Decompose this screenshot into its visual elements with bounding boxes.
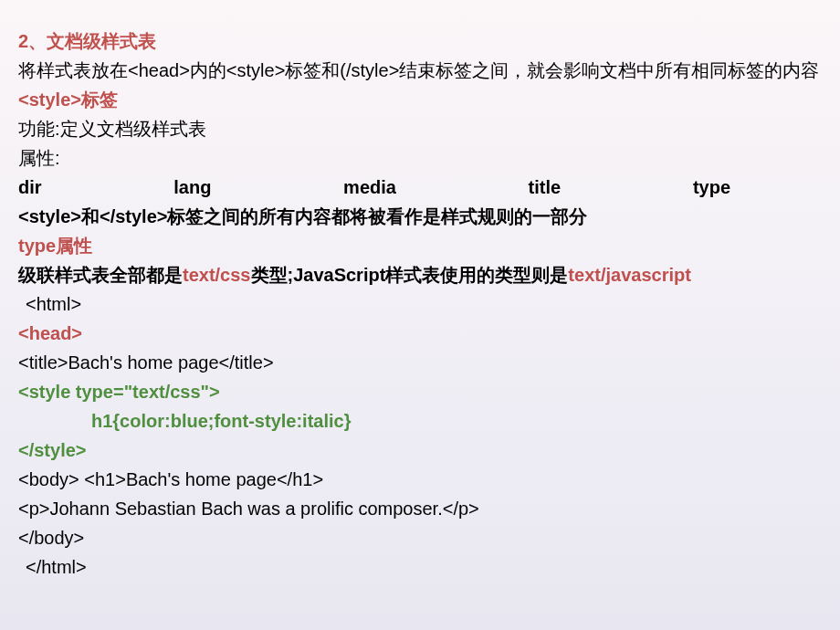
between-line: <style>和</style>标签之间的所有内容都将被看作是样式规则的一部分 <box>18 203 822 230</box>
code-html-open: <html> <box>18 290 822 318</box>
section-heading: 2、文档级样式表 <box>18 27 822 55</box>
code-style-close: </style> <box>18 436 822 464</box>
cascade-line: 级联样式表全部都是text/css类型;JavaScript样式表使用的类型则是… <box>18 261 822 289</box>
code-body-close: </body> <box>18 524 822 551</box>
cascade-v1: text/css <box>183 265 251 285</box>
style-tag: <style> <box>18 89 81 110</box>
code-body-line: <body> <h1>Bach's home page</h1> <box>18 466 822 493</box>
attr-type: type <box>693 173 730 201</box>
code-head-open: <head> <box>18 320 822 347</box>
code-rule: h1{color:blue;font-style:italic} <box>18 407 822 435</box>
attr-media: media <box>343 173 396 201</box>
code-p: <p>Johann Sebastian Bach was a prolific … <box>18 495 822 522</box>
document-content: 2、文档级样式表 将样式表放在<head>内的<style>标签和(/style… <box>18 27 822 581</box>
attr-lang: lang <box>173 173 211 201</box>
cascade-p1: 级联样式表全部都是 <box>18 265 183 285</box>
code-title: <title>Bach's home page</title> <box>18 349 822 376</box>
style-tag-label: <style>标签 <box>18 86 822 113</box>
attr-dir: dir <box>18 173 42 201</box>
cascade-v2: text/javascript <box>568 265 691 285</box>
function-line: 功能:定义文档级样式表 <box>18 115 822 142</box>
style-tag-text: 标签 <box>81 89 118 110</box>
attr-label: 属性: <box>18 144 822 172</box>
type-attr-name: type <box>18 236 56 256</box>
type-attr-label: type属性 <box>18 232 822 259</box>
intro-paragraph: 将样式表放在<head>内的<style>标签和(/style>结束标签之间，就… <box>18 57 822 84</box>
attr-title: title <box>529 173 562 201</box>
code-style-open: <style type="text/css"> <box>18 378 822 405</box>
code-html-close: </html> <box>18 553 822 581</box>
cascade-p2: 类型;JavaScript样式表使用的类型则是 <box>251 265 569 285</box>
type-attr-text: 属性 <box>56 236 92 256</box>
attr-row: dir lang media title type <box>18 173 730 201</box>
